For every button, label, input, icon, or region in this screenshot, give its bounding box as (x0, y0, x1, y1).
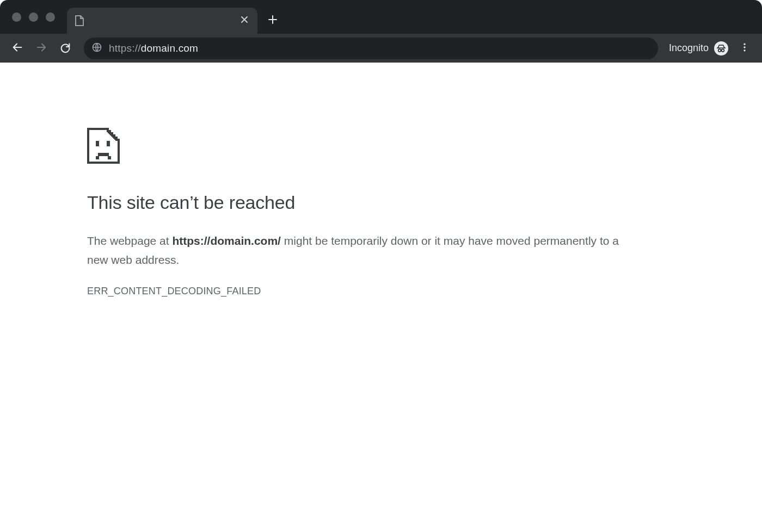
browser-tab[interactable] (67, 8, 257, 34)
error-message-pre: The webpage at (87, 234, 172, 247)
error-message: The webpage at https://domain.com/ might… (87, 232, 626, 269)
window-zoom-dot[interactable] (46, 13, 55, 22)
url-host: domain.com (141, 42, 199, 54)
plus-icon (268, 15, 278, 27)
close-icon (241, 16, 248, 26)
reload-button[interactable] (54, 38, 76, 59)
svg-rect-11 (107, 141, 110, 146)
forward-button[interactable] (30, 38, 52, 59)
new-tab-button[interactable] (262, 10, 284, 32)
site-info-button[interactable] (91, 42, 102, 55)
window-close-dot[interactable] (12, 13, 21, 22)
svg-rect-14 (108, 156, 111, 159)
incognito-indicator[interactable]: Incognito (666, 41, 732, 55)
globe-icon (91, 42, 102, 55)
svg-rect-13 (96, 156, 99, 159)
svg-rect-7 (110, 133, 112, 135)
error-page: This site can’t be reached The webpage a… (0, 63, 762, 297)
arrow-left-icon (11, 41, 23, 55)
svg-point-1 (718, 49, 721, 52)
svg-point-4 (743, 46, 745, 48)
kebab-menu-icon (739, 42, 750, 55)
error-message-url: https://domain.com/ (172, 234, 281, 247)
svg-point-2 (722, 49, 724, 52)
incognito-icon (714, 41, 728, 55)
svg-rect-12 (98, 153, 109, 156)
svg-rect-9 (114, 138, 116, 140)
back-button[interactable] (7, 38, 28, 59)
browser-menu-button[interactable] (734, 38, 755, 59)
url-scheme: https:// (109, 42, 141, 54)
svg-point-5 (743, 50, 745, 51)
url-text: https://domain.com (109, 42, 198, 54)
svg-point-3 (743, 43, 745, 45)
address-bar[interactable]: https://domain.com (84, 38, 658, 59)
tab-close-button[interactable] (239, 15, 250, 26)
arrow-right-icon (35, 41, 47, 55)
window-minimize-dot[interactable] (29, 13, 38, 22)
error-heading: This site can’t be reached (87, 192, 675, 213)
tab-strip (0, 0, 762, 34)
svg-rect-10 (96, 141, 99, 146)
incognito-label: Incognito (669, 42, 709, 54)
browser-chrome: https://domain.com Incognito (0, 0, 762, 63)
window-controls (4, 13, 67, 34)
tab-favicon-icon (75, 15, 84, 26)
error-code: ERR_CONTENT_DECODING_FAILED (87, 286, 675, 297)
reload-icon (59, 41, 71, 55)
svg-rect-6 (108, 131, 110, 133)
svg-rect-8 (112, 135, 114, 138)
sad-page-icon (87, 128, 675, 164)
toolbar: https://domain.com Incognito (0, 34, 762, 63)
